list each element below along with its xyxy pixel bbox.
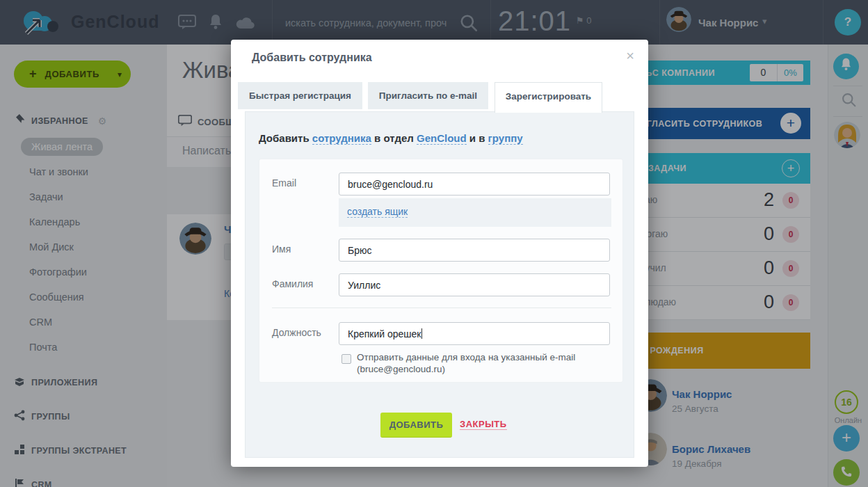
cancel-close-link[interactable]: ЗАКРЫТЬ [460,419,507,430]
create-mailbox-strip: создать ящик [339,198,611,227]
position-label: Должность [272,327,321,338]
first-name-field[interactable] [339,239,610,262]
modal-heading: Добавить сотрудника в отдел GenCloud и в… [259,132,523,144]
group-link[interactable]: группу [488,132,523,145]
submit-add-button[interactable]: ДОБАВИТЬ [380,413,452,438]
department-link[interactable]: GenCloud [417,132,467,145]
email-field[interactable] [339,173,610,195]
close-icon[interactable]: × [626,48,634,64]
form-divider [272,308,611,308]
add-employee-modal: Добавить сотрудника × Быстрая регистраци… [231,40,648,467]
send-credentials-checkbox[interactable] [341,354,351,364]
text-cursor [421,328,422,339]
last-name-field[interactable] [339,273,610,296]
tab-invite-by-email[interactable]: Пригласить по e-mail [368,82,488,109]
email-label: Email [272,177,296,189]
last-name-label: Фамилия [272,278,313,289]
employee-form: Email создать ящик Имя Фамилия Должность… [259,159,623,383]
application-window: GenCloud 21:01 ⚑ 0 Чак Норрис ▾ ? + ДОБА… [0,0,868,487]
employee-link[interactable]: сотрудника [312,132,371,145]
tab-register[interactable]: Зарегистрировать [495,82,602,113]
create-mailbox-link[interactable]: создать ящик [347,206,408,218]
tab-quick-registration[interactable]: Быстрая регистрация [238,82,362,109]
position-field[interactable]: Крепкий орешек [339,322,610,345]
modal-title: Добавить сотрудника [252,51,372,64]
checkbox-label: Отправить данные для входа на указанный … [357,351,593,375]
first-name-label: Имя [272,244,291,255]
